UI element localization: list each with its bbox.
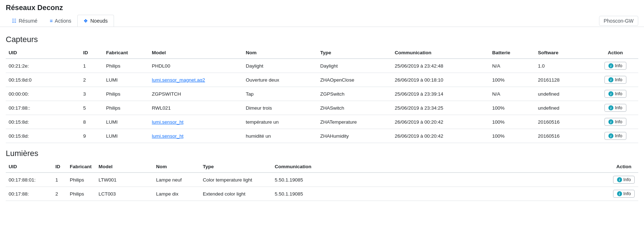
sensor-fabricant: Philips xyxy=(103,87,149,101)
sensor-uid: 00:17:88:: xyxy=(6,101,80,115)
light-info-button[interactable]: i Info xyxy=(613,190,635,198)
sensor-info-button[interactable]: i Info xyxy=(604,90,626,98)
sensor-info-button[interactable]: i Info xyxy=(604,76,626,84)
sensor-model-link[interactable]: lumi.sensor_ht xyxy=(149,115,243,129)
info-icon: i xyxy=(608,119,613,124)
info-icon: i xyxy=(617,191,622,196)
gateway-badge: Phoscon-GW xyxy=(599,16,638,26)
page-header: Réseaux Deconz ☷ Résumé ≡ Actions ❖ Noeu… xyxy=(0,0,644,27)
sensor-model: PHDL00 xyxy=(149,59,243,73)
sensor-info-label: Info xyxy=(615,105,622,110)
lights-col-nom: Nom xyxy=(153,161,200,173)
lights-col-type: Type xyxy=(200,161,272,173)
sensor-nom: Ouverture deux xyxy=(243,73,317,87)
sensor-id: 9 xyxy=(80,129,103,143)
sensor-uid: 00:21:2e: xyxy=(6,59,80,73)
sensor-info-button[interactable]: i Info xyxy=(604,104,626,112)
light-nom: Lampe dix xyxy=(153,187,200,201)
light-action-cell: i Info xyxy=(609,187,638,201)
sensor-info-label: Info xyxy=(615,77,622,82)
sensors-row: 00:21:2e: 1 Philips PHDL00 Daylight Dayl… xyxy=(6,59,638,73)
page-title: Réseaux Deconz xyxy=(6,4,638,12)
sensor-nom: Dimeur trois xyxy=(243,101,317,115)
sensor-fabricant: LUMI xyxy=(103,115,149,129)
tab-noeuds[interactable]: ❖ Noeuds xyxy=(77,15,114,27)
light-nom: Lampe neuf xyxy=(153,173,200,187)
sensor-type: ZHAOpenClose xyxy=(318,73,392,87)
tab-resume[interactable]: ☷ Résumé xyxy=(6,15,44,27)
sensors-col-nom: Nom xyxy=(243,47,317,59)
sensors-row: 00:00:00: 3 Philips ZGPSWITCH Tap ZGPSwi… xyxy=(6,87,638,101)
sensor-model-link[interactable]: lumi.sensor_ht xyxy=(149,129,243,143)
lights-col-id: ID xyxy=(52,161,67,173)
sensor-communication: 26/06/2019 à 00:18:10 xyxy=(392,73,489,87)
sensors-col-batterie: Batterie xyxy=(489,47,535,59)
tab-actions-label: Actions xyxy=(55,18,71,24)
lights-table: UID ID Fabricant Model Nom Type Communic… xyxy=(6,161,638,201)
sensor-nom: Daylight xyxy=(243,59,317,73)
sensor-batterie: 100% xyxy=(489,73,535,87)
light-type: Extended color light xyxy=(200,187,272,201)
light-fabricant: Philips xyxy=(67,187,96,201)
sensor-uid: 00:15:8d: xyxy=(6,129,80,143)
sensor-uid: 00:15:8d:0 xyxy=(6,73,80,87)
sensor-info-button[interactable]: i Info xyxy=(604,62,626,70)
sensor-uid: 00:15:8d: xyxy=(6,115,80,129)
sensor-nom: humidité un xyxy=(243,129,317,143)
sensors-col-software: Software xyxy=(535,47,592,59)
sensors-row: 00:15:8d: 8 LUMI lumi.sensor_ht températ… xyxy=(6,115,638,129)
sensor-software: 20160516 xyxy=(535,115,592,129)
sensor-info-label: Info xyxy=(615,91,622,96)
info-icon: i xyxy=(617,177,622,182)
sensor-type: ZHAHumidity xyxy=(318,129,392,143)
sensor-model-link[interactable]: lumi.sensor_magnet.aq2 xyxy=(149,73,243,87)
sensor-id: 5 xyxy=(80,101,103,115)
sensor-nom: Tap xyxy=(243,87,317,101)
sensor-batterie: 100% xyxy=(489,129,535,143)
sensor-communication: 26/06/2019 à 00:20:42 xyxy=(392,115,489,129)
sensor-info-button[interactable]: i Info xyxy=(604,132,626,140)
sensor-fabricant: LUMI xyxy=(103,129,149,143)
sensors-col-model: Model xyxy=(149,47,243,59)
sensor-software: undefined xyxy=(535,87,592,101)
sensor-action-cell: i Info xyxy=(592,129,638,143)
sensor-info-button[interactable]: i Info xyxy=(604,118,626,126)
sensors-col-action: Action xyxy=(592,47,638,59)
sensor-id: 2 xyxy=(80,73,103,87)
info-icon: i xyxy=(608,105,613,110)
sensor-communication: 25/06/2019 à 23:39:14 xyxy=(392,87,489,101)
light-info-button[interactable]: i Info xyxy=(613,176,635,184)
sensor-uid: 00:00:00: xyxy=(6,87,80,101)
sensor-action-cell: i Info xyxy=(592,115,638,129)
lights-col-communication: Communication xyxy=(272,161,609,173)
tab-actions[interactable]: ≡ Actions xyxy=(44,15,77,27)
sensors-table-header: UID ID Fabricant Model Nom Type Communic… xyxy=(6,47,638,59)
sensor-model: RWL021 xyxy=(149,101,243,115)
sensor-software: undefined xyxy=(535,101,592,115)
lights-section-title: Lumières xyxy=(6,149,638,158)
light-communication: 5.50.1.19085 xyxy=(272,187,609,201)
sensors-table: UID ID Fabricant Model Nom Type Communic… xyxy=(6,47,638,143)
sensors-section-title: Capteurs xyxy=(6,35,638,44)
main-content: Capteurs UID ID Fabricant Model Nom Type… xyxy=(0,27,644,205)
lights-col-action: Action xyxy=(609,161,638,173)
tab-resume-label: Résumé xyxy=(19,18,37,24)
sensors-col-type: Type xyxy=(318,47,392,59)
sensor-type: ZGPSwitch xyxy=(318,87,392,101)
sensor-id: 1 xyxy=(80,59,103,73)
sensor-software: 1.0 xyxy=(535,59,592,73)
light-action-cell: i Info xyxy=(609,173,638,187)
sensor-id: 8 xyxy=(80,115,103,129)
list-icon: ≡ xyxy=(50,18,52,24)
sensor-action-cell: i Info xyxy=(592,87,638,101)
light-fabricant: Philips xyxy=(67,173,96,187)
tab-noeuds-label: Noeuds xyxy=(90,18,108,24)
light-model: LTW001 xyxy=(96,173,153,187)
light-id: 1 xyxy=(52,173,67,187)
light-communication: 5.50.1.19085 xyxy=(272,173,609,187)
sensors-col-fabricant: Fabricant xyxy=(103,47,149,59)
light-uid: 00:17:88:01: xyxy=(6,173,52,187)
sensors-row: 00:17:88:: 5 Philips RWL021 Dimeur trois… xyxy=(6,101,638,115)
sensor-action-cell: i Info xyxy=(592,101,638,115)
sensor-batterie: N/A xyxy=(489,59,535,73)
